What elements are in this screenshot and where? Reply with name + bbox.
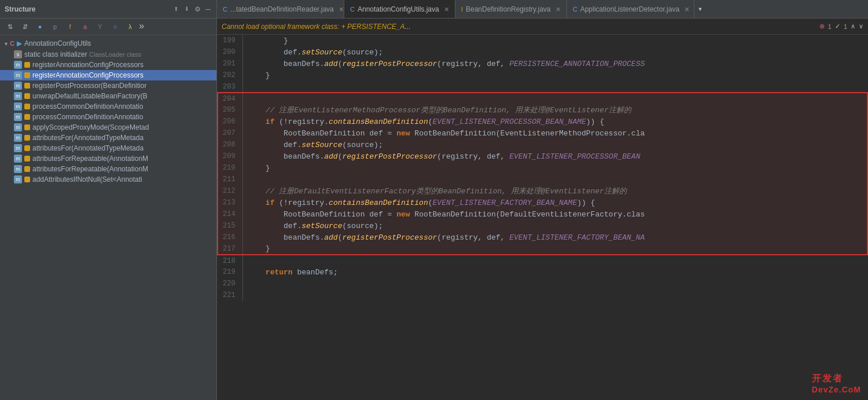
line-content-202: }	[242, 69, 867, 81]
line-num-216: 216	[218, 232, 242, 243]
line-content-200: def.setSource(source);	[242, 46, 867, 58]
sidebar-item-m12[interactable]: m addAttributesIfNotNull(Set<Annotati	[0, 174, 216, 185]
sidebar-item-m5[interactable]: m processCommonDefinitionAnnotatio	[0, 101, 216, 112]
method7-label: applyScopedProxyMode(ScopeMetad	[32, 123, 149, 131]
line-num-208: 208	[218, 139, 242, 151]
tab-registry-close[interactable]: ×	[556, 5, 560, 14]
error-count: 1	[828, 23, 832, 30]
warning-message: Cannot load optional framework class: + …	[222, 23, 411, 31]
method-badge-7	[24, 124, 30, 130]
method6-label: processCommonDefinitionAnnotatio	[32, 113, 143, 121]
line-content-217: }	[242, 243, 867, 255]
method-icon-5: m	[14, 102, 22, 111]
tab-reader-close[interactable]: ×	[339, 5, 344, 14]
tab-bean-registry[interactable]: I BeanDefinitionRegistry.java ×	[455, 0, 567, 18]
line-num-218: 218	[218, 255, 242, 266]
method4-label: unwrapDefaultListableBeanFactory(B	[32, 92, 148, 100]
sort-desc-icon[interactable]: ⬇	[183, 3, 190, 15]
line-num-214: 214	[218, 208, 242, 220]
close-sidebar-icon[interactable]: —	[205, 3, 212, 15]
tab-reader[interactable]: C ...tatedBeanDefinitionReader.java ×	[217, 0, 344, 18]
line-num-203: 203	[218, 81, 242, 93]
tab-more-button[interactable]: ▾	[694, 4, 706, 14]
sidebar-item-static-init[interactable]: s static class initializer ClassLoader c…	[0, 49, 216, 60]
method-badge-9	[24, 145, 30, 151]
more-button[interactable]: »	[139, 21, 145, 32]
line-num-205: 205	[218, 104, 242, 116]
root-label: AnnotationConfigUtils	[24, 39, 91, 47]
line-num-201: 201	[218, 58, 242, 69]
tab-app-listener[interactable]: C ApplicationListenerDetector.java ×	[567, 0, 694, 18]
sidebar-item-m9[interactable]: m attributesFor(AnnotatedTypeMetada	[0, 143, 216, 153]
tab-annotation-icon: C	[350, 6, 355, 13]
sidebar-item-m1[interactable]: m registerAnnotationConfigProcessors	[0, 60, 216, 70]
code-line-212: 212 // 注册DefaultEventListenerFactory类型的B…	[218, 185, 867, 197]
warn-count: 1	[844, 23, 847, 30]
toggle-vars-button[interactable]: Y	[94, 20, 106, 33]
line-content-203	[242, 81, 867, 93]
sidebar-item-m7[interactable]: m applyScopedProxyMode(ScopeMetad	[0, 122, 216, 133]
sidebar-item-m3[interactable]: m registerPostProcessor(BeanDefinitior	[0, 80, 216, 91]
tab-registry-icon: I	[461, 6, 463, 13]
method2-label: registerAnnotationConfigProcessors	[32, 71, 144, 79]
sidebar-header-icons: ⬆ ⬇ ⚙ —	[172, 3, 212, 15]
code-line-207: 207 RootBeanDefinition def = new RootBea…	[218, 127, 867, 139]
method-badge-11	[24, 166, 30, 172]
method-icon-3: m	[14, 82, 22, 90]
static-init-label: static class initializer ClassLoader cla…	[24, 50, 141, 58]
line-content-218	[242, 255, 867, 266]
method-badge-1	[24, 62, 30, 68]
toggle-lambda-button[interactable]: λ	[124, 20, 137, 33]
line-content-213: if (!registry.containsBeanDefinition(EVE…	[242, 197, 867, 208]
settings-icon[interactable]: ⚙	[194, 3, 201, 15]
tab-listener-close[interactable]: ×	[685, 5, 689, 14]
code-line-209: 209 beanDefs.add(registerPostProcessor(r…	[218, 151, 867, 162]
line-content-207: RootBeanDefinition def = new RootBeanDef…	[242, 127, 867, 139]
sort-asc-icon[interactable]: ⬆	[172, 3, 179, 15]
tab-annotation-label: AnnotationConfigUtils.java	[358, 5, 439, 13]
line-num-219: 219	[218, 266, 242, 278]
nav-up-button[interactable]: ∧	[851, 23, 855, 30]
method-icon-12: m	[14, 175, 22, 184]
toggle-props-button[interactable]: p	[49, 20, 61, 33]
tab-annotation-close[interactable]: ×	[444, 5, 449, 14]
line-content-204	[242, 93, 867, 104]
toggle-funcs-button[interactable]: f	[64, 20, 76, 33]
sort-alpha-desc-button[interactable]: ⇵	[19, 20, 31, 33]
method-icon-10: m	[14, 155, 22, 163]
code-line-204: 204	[218, 93, 867, 104]
method10-label: attributesForRepeatable(AnnotationM	[32, 155, 148, 163]
main-panel: C ...tatedBeanDefinitionReader.java × C …	[217, 0, 868, 400]
sidebar-item-m8[interactable]: m attributesFor(AnnotatedTypeMetada	[0, 133, 216, 143]
chevron-down-icon: ▾	[5, 41, 8, 47]
code-line-213: 213 if (!registry.containsBeanDefinition…	[218, 197, 867, 208]
nav-down-button[interactable]: ∨	[859, 23, 863, 30]
method-badge-6	[24, 114, 30, 120]
sidebar-item-m2[interactable]: m registerAnnotationConfigProcessors	[0, 70, 216, 80]
line-content-219: return beanDefs;	[242, 266, 867, 278]
sidebar-item-m10[interactable]: m attributesForRepeatable(AnnotationM	[0, 153, 216, 164]
sidebar-item-root[interactable]: ▾ C ▶ AnnotationConfigUtils	[0, 38, 216, 49]
method-icon-4: m	[14, 92, 22, 100]
tab-reader-icon: C	[223, 6, 227, 13]
tab-annotation-config[interactable]: C AnnotationConfigUtils.java ×	[344, 0, 455, 18]
sidebar-item-m11[interactable]: m attributesForRepeatable(AnnotationM	[0, 164, 216, 174]
line-num-212: 212	[218, 185, 242, 197]
sidebar-toolbar: ⇅ ⇵ ● p f a Y ○ λ »	[0, 19, 216, 35]
toggle-anon-button[interactable]: a	[79, 20, 91, 33]
code-table: 199 } 200 def.setSource(source); 201 bea…	[217, 35, 868, 301]
sort-alpha-asc-button[interactable]: ⇅	[3, 20, 16, 33]
sidebar-item-m6[interactable]: m processCommonDefinitionAnnotatio	[0, 112, 216, 122]
line-num-207: 207	[218, 127, 242, 139]
sidebar-item-m4[interactable]: m unwrapDefaultListableBeanFactory(B	[0, 91, 216, 101]
code-area[interactable]: 199 } 200 def.setSource(source); 201 bea…	[217, 35, 868, 400]
line-content-210: }	[242, 162, 867, 174]
toggle-fields-button[interactable]: ●	[34, 20, 46, 33]
method-badge-4	[24, 93, 30, 99]
method-badge-8	[24, 135, 30, 141]
method-badge-12	[24, 177, 30, 182]
toggle-circle-button[interactable]: ○	[109, 20, 122, 33]
line-content-212: // 注册DefaultEventListenerFactory类型的BeanD…	[242, 185, 867, 197]
method8-label: attributesFor(AnnotatedTypeMetada	[32, 134, 144, 142]
line-num-199: 199	[218, 35, 242, 46]
